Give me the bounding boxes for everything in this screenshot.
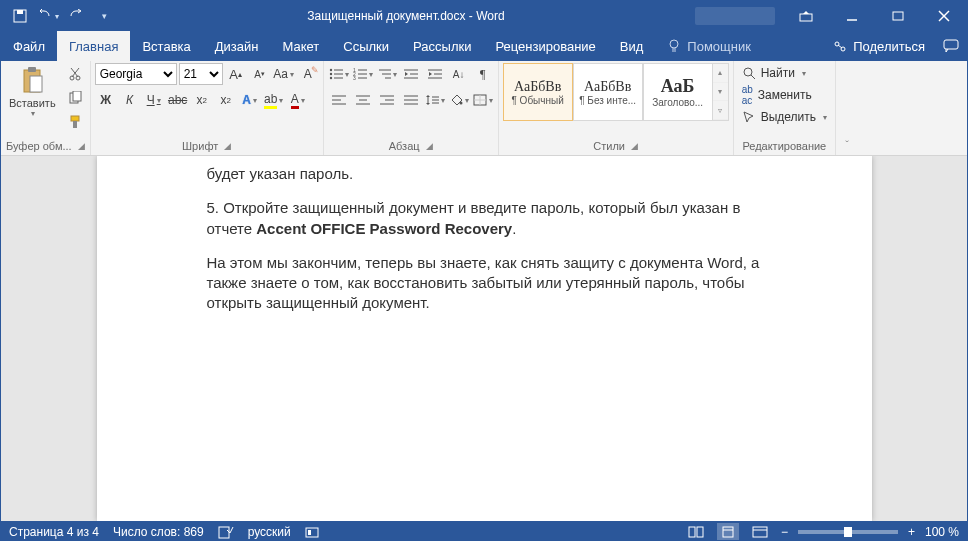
style-heading1[interactable]: АаБ Заголово... <box>643 63 713 121</box>
tab-file[interactable]: Файл <box>1 31 57 61</box>
strikethrough-button[interactable]: abc <box>167 89 189 111</box>
sort-button[interactable]: A↓ <box>448 63 470 85</box>
zoom-thumb[interactable] <box>844 527 852 537</box>
copy-button[interactable] <box>64 87 86 109</box>
line-spacing[interactable]: ▾ <box>424 89 446 111</box>
tell-me[interactable]: Помощник <box>655 31 763 61</box>
zoom-in[interactable]: + <box>908 525 915 539</box>
style-no-spacing[interactable]: АаБбВв ¶ Без инте... <box>573 63 643 121</box>
status-macros[interactable] <box>305 525 319 539</box>
svg-point-27 <box>329 73 331 75</box>
styles-launcher[interactable]: ◢ <box>631 141 638 151</box>
copy-icon <box>68 91 82 105</box>
tab-review[interactable]: Рецензирование <box>483 31 607 61</box>
align-right[interactable] <box>376 89 398 111</box>
replace-button[interactable]: abacЗаменить <box>738 83 831 107</box>
grow-font[interactable]: A▴ <box>225 63 247 85</box>
tab-view[interactable]: Вид <box>608 31 656 61</box>
bullets-button[interactable]: ▾ <box>328 63 350 85</box>
justify[interactable] <box>400 89 422 111</box>
undo-icon <box>37 9 53 23</box>
clear-formatting[interactable]: A✎ <box>297 63 319 85</box>
tab-home[interactable]: Главная <box>57 31 130 61</box>
qat-customize[interactable]: ▾ <box>91 3 117 29</box>
align-center[interactable] <box>352 89 374 111</box>
zoom-out[interactable]: − <box>781 525 788 539</box>
proofing-icon <box>218 525 234 539</box>
document-area[interactable]: будет указан пароль. 5. Откройте защищен… <box>1 156 967 521</box>
shading-button[interactable]: ▾ <box>448 89 470 111</box>
clipboard-launcher[interactable]: ◢ <box>78 141 85 151</box>
styles-more[interactable]: ▿ <box>713 101 728 120</box>
multilevel-button[interactable]: ▾ <box>376 63 398 85</box>
font-size-combo[interactable]: 21 <box>179 63 223 85</box>
group-styles: АаБбВв ¶ Обычный АаБбВв ¶ Без инте... Аа… <box>499 61 734 155</box>
svg-rect-15 <box>28 67 36 72</box>
styles-scroll[interactable]: ▴ ▾ ▿ <box>713 63 729 121</box>
share-button[interactable]: Поделиться <box>823 39 935 54</box>
cut-icon <box>68 67 82 81</box>
align-left[interactable] <box>328 89 350 111</box>
status-words[interactable]: Число слов: 869 <box>113 525 204 539</box>
text-effects[interactable]: A▾ <box>239 89 261 111</box>
paste-button[interactable]: Вставить▾ <box>5 63 60 120</box>
maximize-button[interactable] <box>875 1 921 31</box>
underline-button[interactable]: Ч▾ <box>143 89 165 111</box>
highlight-button[interactable]: ab▾ <box>263 89 285 111</box>
numbering-button[interactable]: 123▾ <box>352 63 374 85</box>
format-painter-button[interactable] <box>64 111 86 133</box>
print-layout-icon <box>721 526 735 538</box>
style-normal[interactable]: АаБбВв ¶ Обычный <box>503 63 573 121</box>
status-page[interactable]: Страница 4 из 4 <box>9 525 99 539</box>
svg-rect-73 <box>723 527 733 537</box>
subscript-button[interactable]: x2 <box>191 89 213 111</box>
minimize-icon <box>846 10 858 22</box>
close-button[interactable] <box>921 1 967 31</box>
svg-rect-2 <box>800 14 812 21</box>
find-button[interactable]: Найти▾ <box>738 65 831 81</box>
tab-insert[interactable]: Вставка <box>130 31 202 61</box>
change-case[interactable]: Aa▾ <box>273 63 295 85</box>
zoom-level[interactable]: 100 % <box>925 525 959 539</box>
collapse-ribbon[interactable]: ˇ <box>836 61 858 155</box>
group-styles-label: Стили <box>593 140 625 152</box>
undo-button[interactable]: ▾ <box>35 3 61 29</box>
text-fragment: будет указан пароль. <box>207 164 782 184</box>
status-proofing[interactable] <box>218 525 234 539</box>
tab-mailings[interactable]: Рассылки <box>401 31 483 61</box>
font-launcher[interactable]: ◢ <box>224 141 231 151</box>
tab-design[interactable]: Дизайн <box>203 31 271 61</box>
font-color-button[interactable]: A▾ <box>287 89 309 111</box>
redo-button[interactable] <box>63 3 89 29</box>
styles-up[interactable]: ▴ <box>713 64 728 83</box>
view-read-mode[interactable] <box>685 523 707 541</box>
save-button[interactable] <box>7 3 33 29</box>
zoom-slider[interactable] <box>798 530 898 534</box>
paragraph-launcher[interactable]: ◢ <box>426 141 433 151</box>
tab-references[interactable]: Ссылки <box>331 31 401 61</box>
window-title: Защищенный документ.docx - Word <box>117 9 695 23</box>
bold-button[interactable]: Ж <box>95 89 117 111</box>
font-name-combo[interactable]: Georgia <box>95 63 177 85</box>
page: будет указан пароль. 5. Откройте защищен… <box>97 156 872 521</box>
shrink-font[interactable]: A▾ <box>249 63 271 85</box>
italic-button[interactable]: К <box>119 89 141 111</box>
superscript-button[interactable]: x2 <box>215 89 237 111</box>
status-language[interactable]: русский <box>248 525 291 539</box>
svg-point-29 <box>329 77 331 79</box>
view-print-layout[interactable] <box>717 523 739 541</box>
tab-layout[interactable]: Макет <box>270 31 331 61</box>
borders-button[interactable]: ▾ <box>472 89 494 111</box>
view-web-layout[interactable] <box>749 523 771 541</box>
show-marks[interactable]: ¶ <box>472 63 494 85</box>
ribbon-display-options[interactable] <box>783 1 829 31</box>
increase-indent[interactable] <box>424 63 446 85</box>
comments-button[interactable] <box>935 39 967 53</box>
svg-rect-24 <box>73 121 77 128</box>
decrease-indent[interactable] <box>400 63 422 85</box>
minimize-button[interactable] <box>829 1 875 31</box>
justify-icon <box>404 94 418 106</box>
styles-down[interactable]: ▾ <box>713 83 728 102</box>
cut-button[interactable] <box>64 63 86 85</box>
select-button[interactable]: Выделить▾ <box>738 109 831 125</box>
